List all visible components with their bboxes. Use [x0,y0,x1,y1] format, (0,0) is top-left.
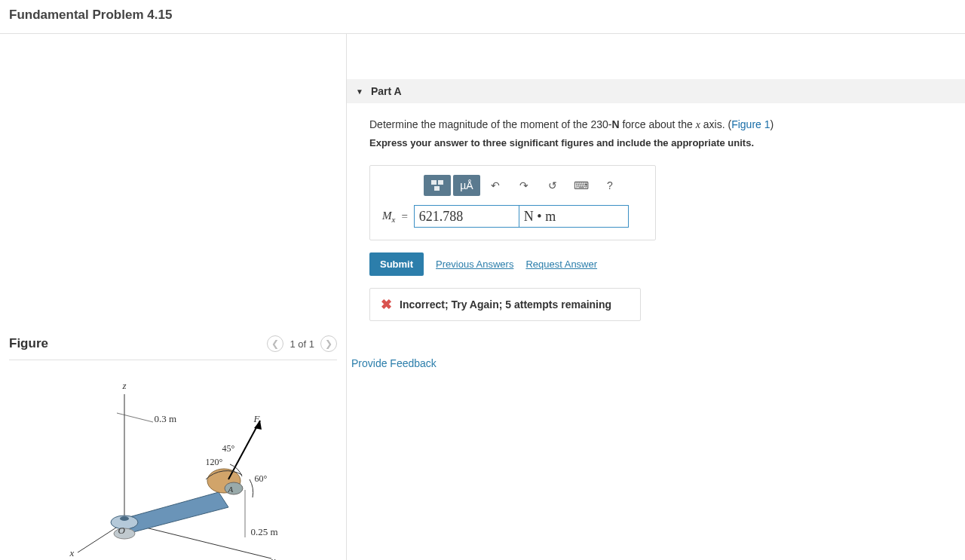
reset-icon: ↺ [548,179,557,191]
axis-x-label: x [70,547,75,559]
actions-row: Submit Previous Answers Request Answer [369,252,942,276]
variable-label: Mx [382,210,395,224]
point-A-label: A [228,485,234,494]
dim-bottom-label: 0.25 m [251,526,278,538]
svg-rect-15 [434,186,440,191]
figure-link[interactable]: Figure 1 [731,118,770,130]
axis-y-label: y [271,555,276,560]
figure-header: Figure ❮ 1 of 1 ❯ [9,335,337,360]
redo-icon: ↷ [519,179,528,191]
feedback-box: ✖ Incorrect; Try Again; 5 attempts remai… [369,288,641,321]
figure-title: Figure [9,336,48,351]
fraction-icon [430,179,444,191]
answer-row: Mx = [382,205,643,228]
units-icon-label: µÅ [460,179,473,191]
chevron-right-icon: ❯ [325,338,332,349]
part-label: Part A [371,85,402,97]
units-input[interactable] [519,205,629,228]
svg-point-5 [120,516,129,521]
feedback-text: Incorrect; Try Again; 5 attempts remaini… [400,298,611,311]
figure-nav-text: 1 of 1 [290,338,314,350]
angle-120-label: 120° [206,457,223,468]
units-tool-button[interactable]: µÅ [453,175,480,196]
previous-answers-link[interactable]: Previous Answers [436,259,513,270]
svg-point-8 [225,482,243,494]
figure-nav: ❮ 1 of 1 ❯ [267,335,337,352]
figure-next-button[interactable]: ❯ [320,335,337,352]
part-header[interactable]: ▼ Part A [347,79,965,103]
figure-canvas: z x y O F A 0.3 m 0.25 m 45° 60° 120° [9,366,337,560]
redo-button[interactable]: ↷ [510,175,538,196]
reset-button[interactable]: ↺ [539,175,566,196]
template-tool-button[interactable] [424,175,451,196]
force-F-label: F [254,413,260,425]
point-O-label: O [118,525,125,537]
problem-prompt: Determine the magnitude of the moment of… [369,118,942,131]
right-column: ▼ Part A Determine the magnitude of the … [347,34,965,560]
instruction-text: Express your answer to three significant… [369,137,942,148]
angle-60-label: 60° [255,473,268,485]
answer-toolbar: µÅ ↶ ↷ ↺ ⌨ [382,175,643,196]
caret-down-icon: ▼ [356,87,363,96]
figure-diagram [64,375,283,560]
svg-line-3 [117,413,153,422]
help-button[interactable]: ? [596,175,623,196]
figure-prev-button[interactable]: ❮ [267,335,283,352]
submit-button[interactable]: Submit [369,252,424,276]
svg-rect-14 [438,180,443,185]
request-answer-link[interactable]: Request Answer [525,259,597,270]
undo-button[interactable]: ↶ [482,175,509,196]
help-icon: ? [607,179,613,191]
svg-rect-13 [431,180,437,185]
value-input[interactable] [414,205,519,228]
part-section: ▼ Part A Determine the magnitude of the … [347,79,965,336]
answer-box: µÅ ↶ ↷ ↺ ⌨ [369,165,656,240]
dim-top-label: 0.3 m [155,413,177,425]
chevron-left-icon: ❮ [271,338,279,349]
axis-z-label: z [123,380,127,392]
provide-feedback-link[interactable]: Provide Feedback [351,357,965,369]
page-title: Fundamental Problem 4.15 [0,0,965,34]
angle-45-label: 45° [222,443,235,454]
keyboard-button[interactable]: ⌨ [568,175,595,196]
equals-sign: = [401,210,407,223]
incorrect-icon: ✖ [381,296,392,313]
left-column: Figure ❮ 1 of 1 ❯ [0,34,347,560]
keyboard-icon: ⌨ [574,179,589,191]
undo-icon: ↶ [491,179,500,191]
